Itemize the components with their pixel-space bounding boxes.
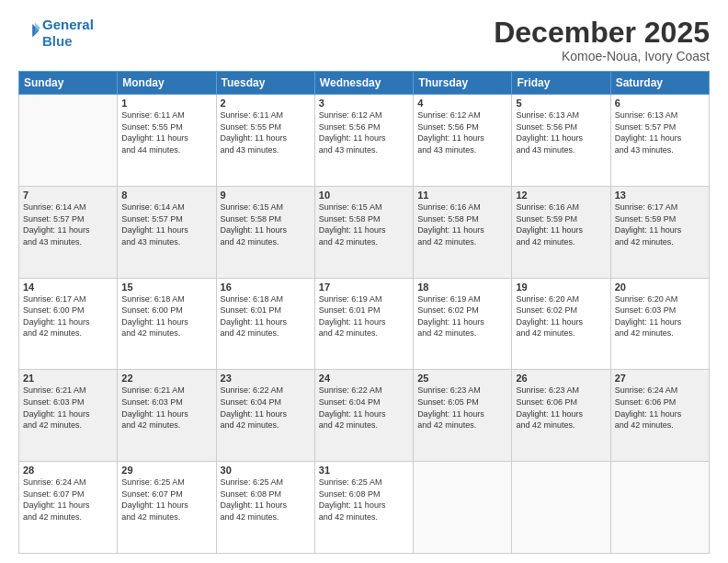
calendar-cell: 12Sunrise: 6:16 AM Sunset: 5:59 PM Dayli… [512,186,610,278]
month-title: December 2025 [494,17,710,49]
calendar-header-saturday: Saturday [610,72,709,95]
day-info: Sunrise: 6:17 AM Sunset: 6:00 PM Dayligh… [23,293,113,339]
calendar-header-sunday: Sunday [19,72,118,95]
location: Komoe-Noua, Ivory Coast [494,49,710,63]
calendar-cell: 13Sunrise: 6:17 AM Sunset: 5:59 PM Dayli… [610,186,709,278]
day-info: Sunrise: 6:16 AM Sunset: 5:58 PM Dayligh… [417,201,507,247]
day-info: Sunrise: 6:12 AM Sunset: 5:56 PM Dayligh… [319,109,409,155]
day-number: 6 [615,98,705,109]
calendar-week-row: 7Sunrise: 6:14 AM Sunset: 5:57 PM Daylig… [19,186,710,278]
calendar-cell: 2Sunrise: 6:11 AM Sunset: 5:55 PM Daylig… [216,95,314,187]
day-number: 11 [417,190,507,201]
day-info: Sunrise: 6:20 AM Sunset: 6:03 PM Dayligh… [615,293,705,339]
calendar-header-thursday: Thursday [414,72,512,95]
day-number: 1 [121,98,211,109]
calendar-cell: 8Sunrise: 6:14 AM Sunset: 5:57 PM Daylig… [118,186,216,278]
day-number: 27 [615,373,705,384]
calendar-cell: 19Sunrise: 6:20 AM Sunset: 6:02 PM Dayli… [512,278,610,370]
calendar-cell: 26Sunrise: 6:23 AM Sunset: 6:06 PM Dayli… [512,370,610,462]
calendar-cell: 29Sunrise: 6:25 AM Sunset: 6:07 PM Dayli… [118,462,216,554]
day-info: Sunrise: 6:16 AM Sunset: 5:59 PM Dayligh… [516,201,606,247]
calendar-cell: 24Sunrise: 6:22 AM Sunset: 6:04 PM Dayli… [314,370,413,462]
calendar-cell: 21Sunrise: 6:21 AM Sunset: 6:03 PM Dayli… [19,370,118,462]
calendar-header-wednesday: Wednesday [314,72,413,95]
day-number: 31 [319,465,409,476]
day-info: Sunrise: 6:15 AM Sunset: 5:58 PM Dayligh… [221,201,311,247]
day-number: 5 [516,98,606,109]
day-number: 22 [121,373,211,384]
day-info: Sunrise: 6:14 AM Sunset: 5:57 PM Dayligh… [23,201,113,247]
calendar-cell [19,95,118,187]
calendar-cell: 23Sunrise: 6:22 AM Sunset: 6:04 PM Dayli… [216,370,314,462]
day-info: Sunrise: 6:13 AM Sunset: 5:56 PM Dayligh… [516,109,606,155]
calendar-week-row: 1Sunrise: 6:11 AM Sunset: 5:55 PM Daylig… [19,95,710,187]
day-info: Sunrise: 6:17 AM Sunset: 5:59 PM Dayligh… [615,201,705,247]
day-number: 18 [417,282,507,293]
calendar-cell: 30Sunrise: 6:25 AM Sunset: 6:08 PM Dayli… [216,462,314,554]
logo-icon [20,21,40,41]
day-info: Sunrise: 6:20 AM Sunset: 6:02 PM Dayligh… [516,293,606,339]
calendar-cell: 10Sunrise: 6:15 AM Sunset: 5:58 PM Dayli… [314,186,413,278]
logo-line2: Blue [42,33,73,49]
day-number: 24 [319,373,409,384]
calendar-cell: 17Sunrise: 6:19 AM Sunset: 6:01 PM Dayli… [314,278,413,370]
day-number: 23 [221,373,311,384]
calendar-cell: 5Sunrise: 6:13 AM Sunset: 5:56 PM Daylig… [512,95,610,187]
calendar-cell: 9Sunrise: 6:15 AM Sunset: 5:58 PM Daylig… [216,186,314,278]
day-number: 19 [516,282,606,293]
day-info: Sunrise: 6:22 AM Sunset: 6:04 PM Dayligh… [221,385,311,431]
logo-text: General Blue [42,17,94,50]
calendar-cell [512,462,610,554]
day-number: 26 [516,373,606,384]
day-info: Sunrise: 6:25 AM Sunset: 6:08 PM Dayligh… [221,477,311,523]
calendar-header-tuesday: Tuesday [216,72,314,95]
day-info: Sunrise: 6:21 AM Sunset: 6:03 PM Dayligh… [23,385,113,431]
day-info: Sunrise: 6:14 AM Sunset: 5:57 PM Dayligh… [121,201,211,247]
title-block: December 2025 Komoe-Noua, Ivory Coast [494,17,710,63]
day-number: 28 [23,465,113,476]
day-number: 12 [516,190,606,201]
day-number: 9 [221,190,311,201]
day-number: 20 [615,282,705,293]
calendar-cell: 28Sunrise: 6:24 AM Sunset: 6:07 PM Dayli… [19,462,118,554]
calendar-header-row: SundayMondayTuesdayWednesdayThursdayFrid… [19,72,710,95]
day-info: Sunrise: 6:13 AM Sunset: 5:57 PM Dayligh… [615,109,705,155]
calendar-cell: 20Sunrise: 6:20 AM Sunset: 6:03 PM Dayli… [610,278,709,370]
header: General Blue December 2025 Komoe-Noua, I… [18,17,710,63]
day-number: 25 [417,373,507,384]
day-number: 10 [319,190,409,201]
logo-line1: General [42,17,94,32]
day-number: 29 [121,465,211,476]
day-number: 8 [121,190,211,201]
calendar-cell: 6Sunrise: 6:13 AM Sunset: 5:57 PM Daylig… [610,95,709,187]
calendar-cell: 11Sunrise: 6:16 AM Sunset: 5:58 PM Dayli… [414,186,512,278]
calendar-cell: 22Sunrise: 6:21 AM Sunset: 6:03 PM Dayli… [118,370,216,462]
calendar-cell: 27Sunrise: 6:24 AM Sunset: 6:06 PM Dayli… [610,370,709,462]
calendar-week-row: 21Sunrise: 6:21 AM Sunset: 6:03 PM Dayli… [19,370,710,462]
day-info: Sunrise: 6:18 AM Sunset: 6:01 PM Dayligh… [221,293,311,339]
calendar-cell: 4Sunrise: 6:12 AM Sunset: 5:56 PM Daylig… [414,95,512,187]
calendar-cell [610,462,709,554]
calendar-cell: 16Sunrise: 6:18 AM Sunset: 6:01 PM Dayli… [216,278,314,370]
day-info: Sunrise: 6:18 AM Sunset: 6:00 PM Dayligh… [121,293,211,339]
calendar-week-row: 14Sunrise: 6:17 AM Sunset: 6:00 PM Dayli… [19,278,710,370]
day-info: Sunrise: 6:24 AM Sunset: 6:06 PM Dayligh… [615,385,705,431]
day-info: Sunrise: 6:23 AM Sunset: 6:06 PM Dayligh… [516,385,606,431]
day-info: Sunrise: 6:25 AM Sunset: 6:07 PM Dayligh… [121,477,211,523]
calendar-cell: 7Sunrise: 6:14 AM Sunset: 5:57 PM Daylig… [19,186,118,278]
day-number: 17 [319,282,409,293]
day-info: Sunrise: 6:24 AM Sunset: 6:07 PM Dayligh… [23,477,113,523]
day-number: 3 [319,98,409,109]
logo: General Blue [18,17,94,50]
day-info: Sunrise: 6:25 AM Sunset: 6:08 PM Dayligh… [319,477,409,523]
day-info: Sunrise: 6:19 AM Sunset: 6:02 PM Dayligh… [417,293,507,339]
calendar-cell: 14Sunrise: 6:17 AM Sunset: 6:00 PM Dayli… [19,278,118,370]
calendar-cell [414,462,512,554]
calendar-cell: 25Sunrise: 6:23 AM Sunset: 6:05 PM Dayli… [414,370,512,462]
day-number: 21 [23,373,113,384]
calendar-cell: 1Sunrise: 6:11 AM Sunset: 5:55 PM Daylig… [118,95,216,187]
day-info: Sunrise: 6:12 AM Sunset: 5:56 PM Dayligh… [417,109,507,155]
day-info: Sunrise: 6:23 AM Sunset: 6:05 PM Dayligh… [417,385,507,431]
day-number: 13 [615,190,705,201]
page: General Blue December 2025 Komoe-Noua, I… [0,0,728,563]
